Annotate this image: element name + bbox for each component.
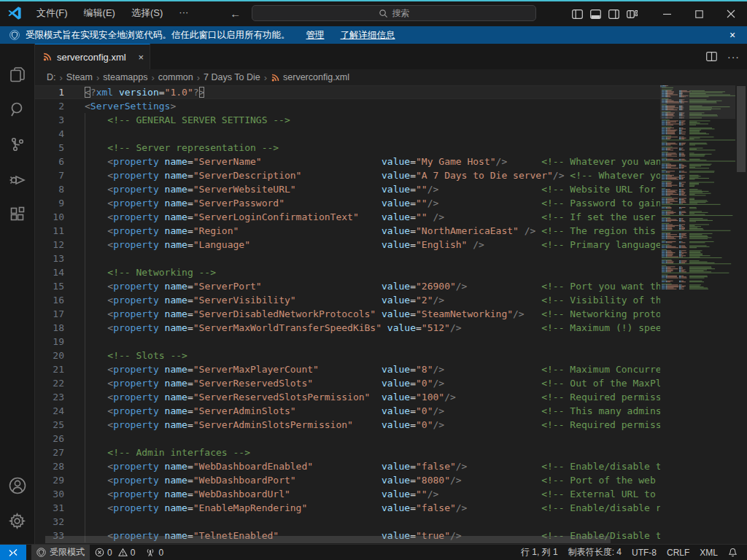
menu-item-0[interactable]: 文件(F) <box>30 4 74 23</box>
window-accent-border <box>0 0 747 1</box>
code-line[interactable]: 3 <!-- GENERAL SERVER SETTINGS --> <box>35 113 660 127</box>
code-line[interactable]: 32 <box>35 515 660 529</box>
indent-guide <box>85 321 85 335</box>
menu-item-1[interactable]: 编辑(E) <box>77 4 122 23</box>
explorer-icon[interactable] <box>0 57 35 92</box>
toggle-panel-icon[interactable] <box>590 9 601 19</box>
line-number: 13 <box>35 252 64 265</box>
search-sidebar-icon[interactable] <box>0 92 35 127</box>
eol-status[interactable]: CRLF <box>662 545 694 560</box>
code-line[interactable]: 2<ServerSettings> <box>35 99 660 113</box>
indent-guide <box>85 362 85 376</box>
code-line[interactable]: 4 <box>35 127 660 141</box>
code-line[interactable]: 31 <property name="EnableMapRendering" v… <box>35 501 660 515</box>
code-line[interactable]: 8 <property name="ServerWebsiteURL" valu… <box>35 182 660 196</box>
breadcrumb-item[interactable]: 7 Days To Die <box>204 72 260 82</box>
toggle-secondary-sidebar-icon[interactable] <box>608 9 619 19</box>
split-editor-icon[interactable] <box>706 52 717 61</box>
code-line[interactable]: 27 <!-- Admin interfaces --> <box>35 446 660 459</box>
line-number: 12 <box>35 238 64 252</box>
line-number: 3 <box>35 113 64 127</box>
code-line[interactable]: 13 <box>35 252 660 265</box>
code-line[interactable]: 30 <property name="WebDashboardUrl" valu… <box>35 487 660 501</box>
banner-manage-link[interactable]: 管理 <box>306 29 325 42</box>
code-line[interactable]: 9 <property name="ServerPassword" value=… <box>35 196 660 210</box>
breadcrumb-separator-icon: › <box>151 72 154 83</box>
menu-item-3[interactable]: ··· <box>172 4 195 23</box>
indent-guide <box>85 196 85 210</box>
code-line[interactable]: 7 <property name="ServerDescription" val… <box>35 168 660 182</box>
indent-guide <box>85 155 85 168</box>
code-line[interactable]: 20 <!-- Slots --> <box>35 349 660 362</box>
ports-status[interactable]: 0 <box>140 545 169 560</box>
minimap[interactable] <box>660 85 735 544</box>
horizontal-scrollbar-thumb[interactable] <box>45 536 611 543</box>
toggle-sidebar-icon[interactable] <box>572 9 583 19</box>
maximize-button[interactable] <box>683 1 715 26</box>
code-line[interactable]: 6 <property name="ServerName" value="My … <box>35 155 660 168</box>
problems-status[interactable]: 0 0 <box>90 545 140 560</box>
banner-learn-more-link[interactable]: 了解详细信息 <box>341 29 395 42</box>
restricted-mode-status[interactable]: 受限模式 <box>31 545 90 560</box>
remote-indicator[interactable] <box>0 545 26 560</box>
code-line[interactable]: 10 <property name="ServerLoginConfirmati… <box>35 210 660 224</box>
code-line[interactable]: 1<?xml version="1.0"?> <box>35 85 660 99</box>
code-line[interactable]: 11 <property name="Region" value="NorthA… <box>35 224 660 238</box>
settings-gear-icon[interactable] <box>0 503 35 538</box>
code-line[interactable]: 22 <property name="ServerReservedSlots" … <box>35 376 660 390</box>
breadcrumb-separator-icon: › <box>264 72 267 83</box>
line-number: 17 <box>35 307 64 321</box>
command-center-search[interactable]: 搜索 <box>252 5 536 21</box>
indent-guide <box>85 432 85 446</box>
extensions-icon[interactable] <box>0 197 35 232</box>
indent-guide <box>85 279 85 293</box>
code-line[interactable]: 5 <!-- Server representation --> <box>35 141 660 155</box>
minimize-button[interactable] <box>651 1 683 26</box>
breadcrumb-item[interactable]: steamapps <box>103 72 147 82</box>
vertical-scrollbar-thumb[interactable] <box>737 86 746 172</box>
indent-guide <box>85 307 85 321</box>
code-line[interactable]: 21 <property name="ServerMaxPlayerCount"… <box>35 362 660 376</box>
warning-count: 0 <box>131 548 136 558</box>
code-editor[interactable]: 1<?xml version="1.0"?>2<ServerSettings>3… <box>35 85 747 544</box>
customize-layout-icon[interactable] <box>627 9 638 19</box>
code-line[interactable]: 23 <property name="ServerReservedSlotsPe… <box>35 390 660 404</box>
run-debug-icon[interactable] <box>0 162 35 197</box>
indent-guide <box>85 390 85 404</box>
code-line[interactable]: 24 <property name="ServerAdminSlots" val… <box>35 404 660 418</box>
code-line[interactable]: 12 <property name="Language" value="Engl… <box>35 238 660 252</box>
code-line[interactable]: 18 <property name="ServerMaxWorldTransfe… <box>35 321 660 335</box>
code-area[interactable]: 1<?xml version="1.0"?>2<ServerSettings>3… <box>35 85 660 544</box>
code-line[interactable]: 26 <box>35 432 660 446</box>
minimap-slider[interactable] <box>660 85 735 119</box>
indentation-status[interactable]: 制表符长度: 4 <box>563 545 627 560</box>
banner-close-icon[interactable]: × <box>724 26 741 44</box>
tab-close-icon[interactable]: × <box>138 52 144 63</box>
code-line[interactable]: 19 <box>35 335 660 349</box>
indent-guide <box>85 293 85 307</box>
back-arrow-icon[interactable]: ← <box>230 7 241 20</box>
editor-more-actions-icon[interactable]: ··· <box>727 51 740 63</box>
code-line[interactable]: 25 <property name="ServerAdminSlotsPermi… <box>35 418 660 432</box>
vertical-scrollbar[interactable] <box>735 85 747 544</box>
code-line[interactable]: 17 <property name="ServerDisabledNetwork… <box>35 307 660 321</box>
tab-serverconfig-xml[interactable]: serverconfig.xml × <box>35 44 150 69</box>
encoding-status[interactable]: UTF-8 <box>627 545 662 560</box>
accounts-icon[interactable] <box>0 468 35 503</box>
code-line[interactable]: 28 <property name="WebDashboardEnabled" … <box>35 459 660 473</box>
breadcrumb-item[interactable]: D: <box>47 72 56 82</box>
notifications-bell[interactable] <box>723 545 743 560</box>
close-window-button[interactable] <box>715 1 747 26</box>
code-line[interactable]: 29 <property name="WebDashboardPort" val… <box>35 473 660 487</box>
code-line[interactable]: 14 <!-- Networking --> <box>35 265 660 279</box>
breadcrumb-item[interactable]: Steam <box>66 72 93 82</box>
source-control-icon[interactable] <box>0 127 35 162</box>
menu-item-2[interactable]: 选择(S) <box>125 4 169 23</box>
cursor-position-status[interactable]: 行 1, 列 1 <box>516 545 563 560</box>
code-line[interactable]: 15 <property name="ServerPort" value="26… <box>35 279 660 293</box>
language-mode-status[interactable]: XML <box>694 545 723 560</box>
breadcrumb-item[interactable]: common <box>158 72 193 82</box>
code-line[interactable]: 16 <property name="ServerVisibility" val… <box>35 293 660 307</box>
breadcrumb-item[interactable]: serverconfig.xml <box>271 72 349 82</box>
indent-guide <box>85 113 85 127</box>
